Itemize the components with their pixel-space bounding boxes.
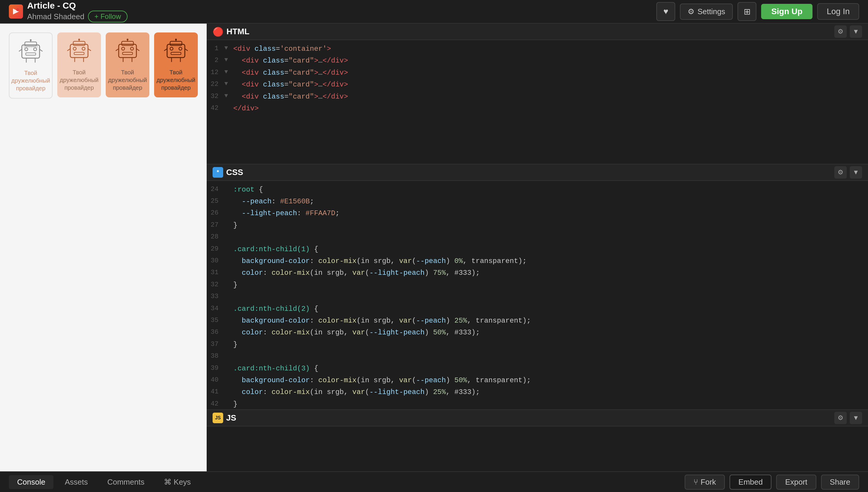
code-line: 25 --peach: #E1560B;: [207, 196, 868, 207]
share-button[interactable]: Share: [821, 474, 859, 490]
robot-illustration-3: [114, 39, 141, 65]
css-section-header: * CSS ⚙ ▼: [207, 164, 868, 181]
robot-illustration-1: [18, 39, 44, 66]
svg-rect-19: [74, 52, 84, 55]
fork-button[interactable]: ⑂ Fork: [685, 474, 725, 490]
export-button[interactable]: Export: [776, 474, 816, 490]
author-name: Ahmad Shadeed: [27, 12, 85, 21]
robot-illustration-2: [66, 39, 92, 65]
page-title: Article - CQ: [27, 1, 127, 10]
js-settings-btn[interactable]: ⚙: [834, 412, 847, 424]
html-section-header: 🔴 HTML ⚙ ▼: [207, 24, 868, 40]
code-line: 28: [207, 231, 868, 243]
logo: Article - CQ Ahmad Shadeed + Follow: [9, 1, 127, 22]
code-line: 29 .card:nth-child(1) {: [207, 244, 868, 255]
svg-rect-36: [170, 41, 182, 46]
code-line: 38: [207, 351, 868, 363]
bottom-bar: Console Assets Comments ⌘ Keys ⑂ Fork Em…: [0, 471, 868, 492]
assets-tab[interactable]: Assets: [56, 475, 96, 489]
code-line: 12 ▼ <div class="card">…</div>: [207, 67, 868, 79]
code-line: 1 ▼ <div class='container'>: [207, 43, 868, 55]
comments-tab[interactable]: Comments: [99, 475, 153, 489]
keys-tab[interactable]: ⌘ Keys: [155, 475, 199, 489]
code-line: 35 background-color: color-mix(in srgb, …: [207, 315, 868, 327]
fork-icon: ⑂: [694, 477, 698, 487]
topbar: Article - CQ Ahmad Shadeed + Follow ♥ ⚙ …: [0, 0, 868, 24]
login-button[interactable]: Log In: [817, 3, 859, 20]
card-3-label: Твойдружелюбныйпровайдер: [108, 69, 147, 92]
heart-icon: ♥: [664, 7, 669, 16]
svg-point-18: [82, 47, 85, 50]
html-code-content[interactable]: 1 ▼ <div class='container'> 2 ▼ <div cla…: [207, 40, 868, 164]
code-line: 32 ▼ <div class="card">…</div>: [207, 91, 868, 103]
css-icon: *: [213, 167, 223, 178]
svg-point-6: [34, 48, 37, 51]
js-section: JS JS ⚙ ▼: [207, 410, 868, 471]
svg-rect-24: [119, 44, 137, 57]
html-icon: 🔴: [213, 27, 223, 37]
svg-rect-14: [73, 41, 85, 46]
card-4: Твойдружелюбныйпровайдер: [154, 32, 198, 97]
code-line: 24 :root {: [207, 184, 868, 196]
card-4-label: Твойдружелюбныйпровайдер: [156, 69, 195, 92]
css-section: * CSS ⚙ ▼ 24 :root { 25 --peach: #E1560B…: [207, 164, 868, 410]
code-line: 26 --light-peach: #FFAA7D;: [207, 207, 868, 219]
html-settings-btn[interactable]: ⚙: [834, 25, 847, 38]
code-panel: 🔴 HTML ⚙ ▼ 1 ▼ <div class='container'> 2…: [207, 24, 868, 471]
svg-rect-7: [26, 53, 36, 55]
html-section-title: HTML: [226, 27, 249, 36]
cards-container: Твойдружелюбныйпровайдер Твойдр: [0, 24, 207, 107]
settings-button[interactable]: ⚙ Settings: [680, 3, 733, 20]
js-section-header: JS JS ⚙ ▼: [207, 410, 868, 426]
bottom-right-actions: ⑂ Fork Embed Export Share: [685, 474, 859, 490]
embed-button[interactable]: Embed: [729, 474, 771, 490]
css-code-content[interactable]: 24 :root { 25 --peach: #E1560B; 26 --lig…: [207, 181, 868, 410]
card-2: Твойдружелюбныйпровайдер: [57, 32, 101, 97]
signup-button[interactable]: Sign Up: [761, 4, 813, 19]
code-line: 42 </div>: [207, 103, 868, 115]
code-line: 42 }: [207, 398, 868, 410]
svg-rect-30: [122, 52, 132, 55]
code-line: 31 color: color-mix(in srgb, var(--light…: [207, 267, 868, 279]
follow-button[interactable]: + Follow: [88, 10, 127, 22]
layout-button[interactable]: ⊞: [738, 2, 756, 21]
svg-point-39: [170, 47, 173, 50]
topbar-right: ♥ ⚙ Settings ⊞ Sign Up Log In: [656, 2, 859, 21]
card-3: Твойдружелюбныйпровайдер: [106, 32, 149, 97]
svg-point-4: [30, 39, 31, 41]
console-tab[interactable]: Console: [9, 475, 53, 489]
code-line: 2 ▼ <div class="card">…</div>: [207, 55, 868, 67]
logo-icon: [9, 4, 23, 19]
svg-point-29: [130, 47, 134, 50]
code-line: 34 .card:nth-child(2) {: [207, 303, 868, 315]
gear-icon: ⚙: [688, 7, 694, 16]
layout-icon: ⊞: [744, 7, 750, 17]
svg-point-5: [25, 48, 28, 51]
heart-button[interactable]: ♥: [656, 2, 675, 21]
code-line: 30 background-color: color-mix(in srgb, …: [207, 255, 868, 267]
code-line: 33: [207, 291, 868, 303]
svg-point-40: [179, 47, 182, 50]
svg-rect-35: [167, 44, 185, 57]
svg-rect-13: [70, 44, 88, 57]
js-collapse-btn[interactable]: ▼: [850, 412, 862, 424]
svg-rect-41: [171, 52, 181, 55]
code-line: 32 }: [207, 279, 868, 291]
svg-rect-1: [22, 45, 40, 58]
svg-rect-25: [122, 41, 134, 46]
code-line: 40 background-color: color-mix(in srgb, …: [207, 374, 868, 386]
svg-point-38: [175, 39, 177, 41]
card-1: Твойдружелюбныйпровайдер: [9, 32, 52, 99]
svg-rect-2: [25, 42, 37, 46]
code-line: 39 .card:nth-child(3) {: [207, 363, 868, 374]
svg-point-16: [78, 39, 80, 41]
css-collapse-btn[interactable]: ▼: [850, 166, 862, 178]
html-collapse-btn[interactable]: ▼: [850, 25, 862, 38]
js-icon: JS: [213, 413, 223, 423]
main-layout: Твойдружелюбныйпровайдер Твойдр: [0, 24, 868, 471]
robot-illustration-4: [163, 39, 189, 65]
code-line: 22 ▼ <div class="card">…</div>: [207, 79, 868, 91]
css-settings-btn[interactable]: ⚙: [834, 166, 847, 178]
svg-point-28: [122, 47, 125, 50]
code-line: 36 color: color-mix(in srgb, var(--light…: [207, 327, 868, 339]
